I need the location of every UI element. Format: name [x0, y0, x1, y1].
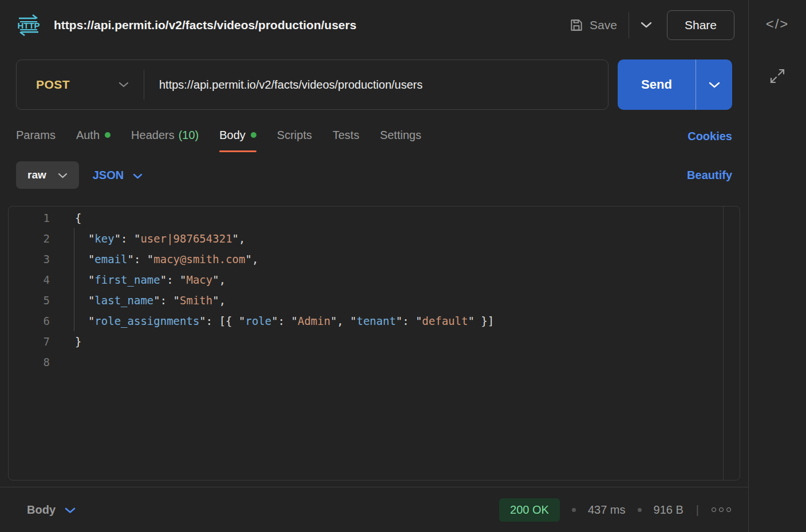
status-code-badge: 200 OK	[499, 498, 560, 522]
line-number: 5	[9, 290, 50, 311]
tab-scripts[interactable]: Scripts	[277, 129, 312, 144]
separator-dot	[638, 508, 642, 512]
auth-status-dot	[105, 132, 110, 138]
code-content: "key": "user|987654321",	[75, 228, 245, 249]
request-url-box: POST https://api.permit.io/v2/facts/vide…	[16, 59, 609, 110]
body-toolbar: raw JSON Beautify	[16, 161, 732, 189]
http-method-icon: HTTP	[16, 13, 41, 38]
code-line: 6 "role_assignments": [{ "role": "Admin"…	[9, 311, 740, 331]
response-body-label: Body	[27, 503, 56, 517]
body-status-dot	[251, 132, 256, 138]
code-line: 5 "last_name": "Smith",	[9, 290, 740, 311]
code-content: "first_name": "Macy",	[75, 269, 226, 290]
more-options-icon[interactable]	[709, 505, 733, 514]
headers-count: (10)	[179, 129, 199, 142]
top-bar: HTTP https://api.permit.io/v2/facts/vide…	[0, 0, 748, 50]
line-number: 2	[9, 228, 50, 249]
line-number: 8	[9, 352, 50, 372]
code-line: 4 "first_name": "Macy",	[9, 269, 740, 290]
response-time: 437 ms	[588, 503, 626, 517]
code-line: 8	[9, 352, 740, 372]
language-dropdown[interactable]: JSON	[93, 169, 143, 182]
code-content: {	[75, 208, 81, 228]
send-options-button[interactable]	[696, 59, 732, 110]
send-button[interactable]: Send	[618, 59, 696, 110]
status-bar: Body 200 OK 437 ms 916 B |	[0, 487, 748, 532]
code-content: "email": "macy@smith.com",	[75, 249, 258, 269]
tab-label: Headers	[131, 129, 175, 142]
save-button[interactable]: Save	[569, 18, 617, 33]
send-button-group: Send	[618, 59, 732, 110]
cookies-link[interactable]: Cookies	[688, 130, 732, 143]
response-size: 916 B	[654, 503, 683, 517]
code-line: 1{	[9, 208, 740, 228]
tab-auth[interactable]: Auth	[76, 129, 110, 144]
line-number: 3	[9, 249, 50, 269]
separator-dot	[572, 508, 576, 512]
share-button[interactable]: Share	[667, 10, 734, 40]
tab-headers[interactable]: Headers (10)	[131, 129, 199, 144]
floppy-save-icon	[569, 18, 584, 33]
method-label: POST	[36, 78, 70, 92]
chevron-down-icon	[65, 503, 76, 517]
chevron-down-icon	[133, 169, 143, 182]
method-chevron-icon	[118, 80, 129, 90]
request-tabs: Params Auth Headers (10) Body Scripts Te…	[16, 124, 732, 149]
request-title: https://api.permit.io/v2/facts/videos/pr…	[54, 18, 569, 32]
code-snippet-icon[interactable]: </>	[766, 16, 789, 32]
save-options-chevron-icon[interactable]	[641, 20, 652, 30]
response-body-dropdown[interactable]: Body	[27, 503, 76, 517]
body-format-label: raw	[27, 169, 46, 181]
url-input[interactable]: https://api.permit.io/v2/facts/videos/pr…	[144, 78, 422, 92]
code-content: }	[75, 331, 81, 352]
expand-icon[interactable]	[769, 68, 786, 87]
chevron-down-icon	[709, 82, 720, 88]
code-line: 3 "email": "macy@smith.com",	[9, 249, 740, 269]
language-label: JSON	[93, 169, 124, 182]
line-number: 6	[9, 311, 50, 331]
line-number: 1	[9, 208, 50, 228]
tab-label: Body	[219, 129, 246, 142]
tab-tests[interactable]: Tests	[333, 129, 359, 144]
response-meta: 200 OK 437 ms 916 B |	[499, 498, 733, 522]
line-number: 7	[9, 331, 50, 352]
code-content: "last_name": "Smith",	[75, 290, 226, 311]
tab-label: Params	[16, 129, 56, 142]
main-column: HTTP https://api.permit.io/v2/facts/vide…	[0, 0, 748, 532]
code-line: 7}	[9, 331, 740, 352]
tab-settings[interactable]: Settings	[380, 129, 421, 144]
tab-label: Auth	[76, 129, 100, 142]
right-sidebar: </>	[748, 0, 806, 532]
beautify-link[interactable]: Beautify	[687, 169, 732, 182]
tab-label: Scripts	[277, 129, 312, 142]
divider: |	[696, 503, 699, 517]
line-number: 4	[9, 269, 50, 290]
tab-body[interactable]: Body	[219, 129, 256, 144]
tab-params[interactable]: Params	[16, 129, 56, 144]
tab-label: Tests	[333, 129, 359, 142]
body-code-editor[interactable]: 1{2 "key": "user|987654321",3 "email": "…	[8, 206, 740, 481]
code-line: 2 "key": "user|987654321",	[9, 228, 740, 249]
save-label: Save	[590, 18, 617, 32]
request-row: POST https://api.permit.io/v2/facts/vide…	[16, 59, 732, 110]
tab-label: Settings	[380, 129, 421, 142]
chevron-down-icon	[58, 169, 68, 181]
code-content: "role_assignments": [{ "role": "Admin", …	[75, 311, 494, 331]
divider	[629, 12, 629, 38]
method-selector[interactable]: POST	[17, 60, 144, 109]
body-format-dropdown[interactable]: raw	[16, 161, 79, 189]
